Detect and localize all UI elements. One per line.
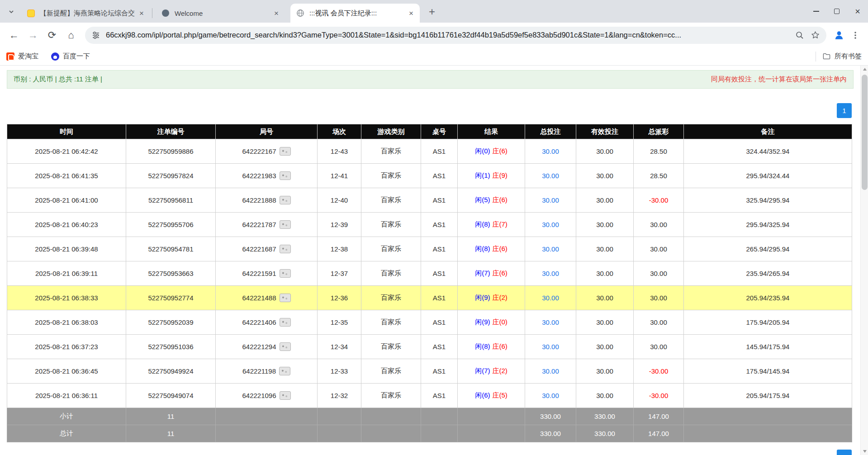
cell-total-bet: 30.00 bbox=[525, 384, 576, 408]
total-bet-link[interactable]: 30.00 bbox=[542, 270, 559, 277]
tab-close-icon[interactable]: × bbox=[271, 8, 281, 18]
zoom-icon[interactable] bbox=[795, 31, 804, 40]
total-bet-link[interactable]: 30.00 bbox=[542, 318, 559, 326]
total-bet-link[interactable]: 30.00 bbox=[542, 221, 559, 228]
address-input[interactable]: 66cxkj98.com/ipl/portal.php/game/betreco… bbox=[106, 31, 790, 39]
profile-button[interactable] bbox=[831, 27, 847, 43]
road-map-icon[interactable] bbox=[280, 318, 291, 327]
bet-record-row: 2025-08-21 06:39:48522750954781642221687… bbox=[7, 237, 852, 261]
cell-bet-id: 522750951036 bbox=[126, 335, 216, 359]
bet-record-row: 2025-08-21 06:38:03522750952039642221406… bbox=[7, 310, 852, 335]
cell-payout: 28.50 bbox=[634, 164, 684, 188]
forward-button[interactable]: → bbox=[24, 26, 43, 45]
cell-game-type: 百家乐 bbox=[361, 261, 421, 286]
info-bar: 币别 : 人民币 | 总共 :11 注单 | 同局有效投注，统一计算在该局第一张… bbox=[7, 70, 854, 89]
road-map-icon[interactable] bbox=[280, 196, 291, 204]
summary-empty-cell bbox=[458, 425, 525, 442]
road-map-icon[interactable] bbox=[280, 294, 291, 302]
road-map-icon[interactable] bbox=[280, 342, 291, 351]
vertical-scrollbar[interactable] bbox=[860, 66, 868, 455]
cell-table-no: AS1 bbox=[421, 213, 458, 237]
cell-total-bet: 30.00 bbox=[525, 335, 576, 359]
page-content: 币别 : 人民币 | 总共 :11 注单 | 同局有效投注，统一计算在该局第一张… bbox=[0, 66, 860, 455]
bookmark-taobao[interactable]: 爱淘宝 bbox=[6, 52, 38, 61]
bookmark-baidu[interactable]: 百度一下 bbox=[51, 52, 90, 61]
summary-row-total: 总计11330.00330.00147.00 bbox=[7, 425, 852, 442]
cell-valid-bet: 30.00 bbox=[576, 188, 634, 213]
road-map-icon[interactable] bbox=[280, 171, 291, 180]
cell-session: 12-37 bbox=[318, 261, 361, 286]
site-settings-icon[interactable] bbox=[91, 31, 100, 40]
bet-record-row: 2025-08-21 06:41:00522750956811642221888… bbox=[7, 188, 852, 213]
round-number: 642221687 bbox=[242, 245, 276, 253]
cell-result: 闲(8)庄(6) bbox=[458, 335, 525, 359]
close-window-button[interactable]: × bbox=[847, 0, 868, 23]
road-map-icon[interactable] bbox=[280, 220, 291, 229]
scrollbar-thumb[interactable] bbox=[862, 75, 868, 190]
cell-session: 12-33 bbox=[318, 359, 361, 384]
address-bar[interactable]: 66cxkj98.com/ipl/portal.php/game/betreco… bbox=[85, 27, 826, 44]
total-bet-link[interactable]: 30.00 bbox=[542, 343, 559, 351]
scrollbar-down-button[interactable] bbox=[861, 448, 868, 455]
road-map-icon[interactable] bbox=[280, 147, 291, 156]
total-bet-link[interactable]: 30.00 bbox=[542, 147, 559, 155]
tab-title: :::视讯 会员下注纪录::: bbox=[309, 9, 406, 18]
bet-record-row: 2025-08-21 06:40:23522750955706642221787… bbox=[7, 213, 852, 237]
road-map-icon[interactable] bbox=[280, 391, 291, 400]
table-footer: 小计11330.00330.00147.00总计11330.00330.0014… bbox=[7, 408, 852, 442]
tab-welcome[interactable]: Welcome × bbox=[156, 4, 285, 23]
tab-close-icon[interactable]: × bbox=[406, 8, 416, 18]
cell-valid-bet: 30.00 bbox=[576, 261, 634, 286]
home-button[interactable]: ⌂ bbox=[62, 26, 81, 45]
road-map-icon[interactable] bbox=[280, 245, 291, 253]
bet-record-row: 2025-08-21 06:38:33522750952774642221488… bbox=[7, 286, 852, 310]
cell-valid-bet: 30.00 bbox=[576, 384, 634, 408]
maximize-icon bbox=[834, 9, 840, 14]
cell-time: 2025-08-21 06:39:11 bbox=[7, 261, 126, 286]
minimize-button[interactable] bbox=[806, 0, 826, 23]
column-header: 有效投注 bbox=[576, 124, 634, 139]
total-bet-link[interactable]: 30.00 bbox=[542, 294, 559, 302]
cell-result: 闲(7)庄(6) bbox=[458, 261, 525, 286]
banker-result: 庄(0) bbox=[493, 318, 508, 326]
road-map-icon[interactable] bbox=[279, 367, 290, 375]
summary-empty-cell bbox=[216, 425, 318, 442]
player-result: 闲(8) bbox=[475, 342, 490, 350]
tab-title: Welcome bbox=[175, 9, 271, 17]
browser-menu-button[interactable] bbox=[847, 27, 863, 43]
tab-forum[interactable]: 【新提醒】海燕策略论坛综合交 × bbox=[21, 4, 150, 23]
cell-bet-id: 522750949924 bbox=[126, 359, 216, 384]
new-tab-button[interactable]: + bbox=[426, 6, 438, 18]
tab-search-button[interactable] bbox=[5, 6, 17, 18]
maximize-button[interactable] bbox=[826, 0, 847, 23]
page-1-button[interactable]: 1 bbox=[837, 103, 852, 118]
cell-session: 12-35 bbox=[318, 310, 361, 335]
cell-total-bet: 30.00 bbox=[525, 359, 576, 384]
cell-result: 闲(7)庄(2) bbox=[458, 359, 525, 384]
back-button[interactable]: ← bbox=[5, 26, 24, 45]
cell-payout: 30.00 bbox=[634, 237, 684, 261]
summary-valid-bet: 330.00 bbox=[576, 425, 634, 442]
total-bet-link[interactable]: 30.00 bbox=[542, 367, 559, 375]
bookmark-star-icon[interactable] bbox=[811, 30, 820, 40]
refresh-button[interactable]: ⟳ bbox=[43, 26, 62, 45]
summary-total-bet: 330.00 bbox=[525, 425, 576, 442]
round-number: 642221198 bbox=[242, 367, 276, 375]
cell-game-type: 百家乐 bbox=[361, 286, 421, 310]
total-bet-link[interactable]: 30.00 bbox=[542, 172, 559, 180]
total-bet-link[interactable]: 30.00 bbox=[542, 392, 559, 399]
all-bookmarks-button[interactable]: 所有书签 bbox=[822, 52, 862, 61]
bet-record-row: 2025-08-21 06:36:45522750949924642221198… bbox=[7, 359, 852, 384]
scrollbar-up-button[interactable] bbox=[861, 66, 868, 73]
cell-total-bet: 30.00 bbox=[525, 310, 576, 335]
tab-close-icon[interactable]: × bbox=[137, 8, 147, 18]
tab-bet-records[interactable]: :::视讯 会员下注纪录::: × bbox=[290, 4, 420, 23]
banker-result: 庄(2) bbox=[493, 294, 508, 301]
total-bet-link[interactable]: 30.00 bbox=[542, 196, 559, 204]
cell-payout: 30.00 bbox=[634, 286, 684, 310]
round-number: 642222167 bbox=[242, 147, 276, 155]
road-map-icon[interactable] bbox=[280, 269, 291, 278]
page-1-button-bottom[interactable]: 1 bbox=[837, 450, 852, 455]
cell-bet-id: 522750956811 bbox=[126, 188, 216, 213]
total-bet-link[interactable]: 30.00 bbox=[542, 245, 559, 253]
